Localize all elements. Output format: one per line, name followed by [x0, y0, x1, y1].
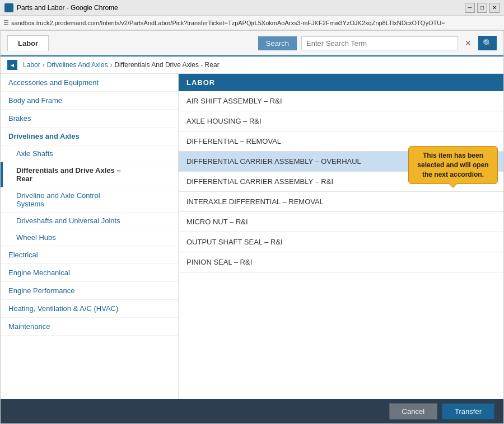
labor-row-label: DIFFERENTIAL CARRIER ASSEMBLY – OVERHAUL	[186, 157, 361, 166]
content-area: Accessories and Equipment Body and Frame…	[1, 74, 503, 399]
nav-icon: ☰	[3, 19, 9, 26]
labor-row-label: INTERAXLE DIFFERENTIAL – REMOVAL	[186, 197, 324, 206]
sidebar-item-brakes[interactable]: Brakes	[1, 110, 178, 128]
labor-row-air-shift[interactable]: AIR SHIFT ASSEMBLY – R&I	[179, 91, 503, 111]
footer: Cancel Transfer	[1, 399, 503, 423]
labor-tab[interactable]: Labor	[7, 35, 49, 51]
address-text[interactable]: sandbox.truck2.prodemand.com/Intents/v2/…	[11, 20, 445, 26]
labor-row-label: DIFFERENTIAL – REMOVAL	[186, 137, 281, 145]
sidebar-item-engine-performance[interactable]: Engine Performance	[1, 282, 178, 300]
cancel-button[interactable]: Cancel	[389, 403, 437, 420]
sidebar-item-maintenance[interactable]: Maintenance	[1, 318, 178, 336]
sidebar-item-drivelines[interactable]: Drivelines and Axles	[1, 128, 178, 145]
search-button[interactable]: Search	[258, 36, 297, 50]
sidebar-item-wheel-hubs[interactable]: Wheel Hubs	[1, 229, 178, 246]
breadcrumb: ◄ Labor › Drivelines And Axles › Differe…	[1, 56, 503, 74]
labor-row-label: PINION SEAL – R&I	[186, 258, 252, 266]
breadcrumb-back-button[interactable]: ◄	[7, 60, 17, 70]
right-panel: LABOR AIR SHIFT ASSEMBLY – R&I AXLE HOUS…	[179, 74, 503, 399]
labor-row-label: OUTPUT SHAFT SEAL – R&I	[186, 238, 283, 246]
sidebar-item-body[interactable]: Body and Frame	[1, 92, 178, 110]
toolbar: Labor Search ✕ 🔍	[1, 31, 503, 56]
labor-row-axle-housing[interactable]: AXLE HOUSING – R&I	[179, 111, 503, 131]
app-icon	[4, 3, 13, 12]
tooltip-bubble: This item has been selected and will ope…	[408, 146, 498, 184]
labor-row-label: MICRO NUT – R&I	[186, 218, 248, 226]
sidebar-item-differentials[interactable]: Differentials and Drive Axles –Rear	[1, 162, 178, 187]
close-button[interactable]: ✕	[489, 3, 500, 13]
breadcrumb-current: Differentials And Drive Axles - Rear	[114, 61, 219, 69]
breadcrumb-drivelines[interactable]: Drivelines And Axles	[47, 61, 108, 69]
window-title: Parts and Labor - Google Chrome	[17, 4, 465, 12]
labor-panel-header: LABOR	[179, 74, 503, 91]
sidebar-item-driveline-control[interactable]: Driveline and Axle ControlSystems	[1, 187, 178, 213]
labor-row-diff-carrier-overhaul[interactable]: DIFFERENTIAL CARRIER ASSEMBLY – OVERHAUL…	[179, 152, 503, 172]
labor-row-label: AIR SHIFT ASSEMBLY – R&I	[186, 97, 282, 105]
sidebar: Accessories and Equipment Body and Frame…	[1, 74, 179, 399]
labor-row-pinion-seal[interactable]: PINION SEAL – R&I	[179, 252, 503, 272]
labor-row-micro-nut[interactable]: MICRO NUT – R&I	[179, 212, 503, 232]
transfer-button[interactable]: Transfer	[442, 403, 494, 420]
sidebar-item-electrical[interactable]: Electrical	[1, 246, 178, 264]
title-bar: Parts and Labor - Google Chrome ─ □ ✕	[0, 0, 504, 16]
sidebar-item-axle-shafts[interactable]: Axle Shafts	[1, 145, 178, 162]
main-container: Labor Search ✕ 🔍 ◄ Labor › Drivelines An…	[0, 30, 504, 424]
sidebar-item-hvac[interactable]: Heating, Ventilation & A/C (HVAC)	[1, 300, 178, 318]
search-input[interactable]	[301, 36, 458, 50]
labor-row-output-shaft[interactable]: OUTPUT SHAFT SEAL – R&I	[179, 232, 503, 252]
labor-row-interaxle-removal[interactable]: INTERAXLE DIFFERENTIAL – REMOVAL	[179, 192, 503, 212]
search-go-button[interactable]: 🔍	[478, 36, 497, 50]
labor-row-label: AXLE HOUSING – R&I	[186, 117, 262, 125]
tooltip-container: This item has been selected and will ope…	[408, 146, 498, 184]
minimize-button[interactable]: ─	[465, 3, 475, 13]
sidebar-item-accessories[interactable]: Accessories and Equipment	[1, 74, 178, 92]
window-controls: ─ □ ✕	[465, 3, 500, 13]
maximize-button[interactable]: □	[477, 3, 487, 13]
labor-row-label: DIFFERENTIAL CARRIER ASSEMBLY – R&I	[186, 177, 333, 186]
address-bar: ☰ sandbox.truck2.prodemand.com/Intents/v…	[0, 16, 504, 30]
breadcrumb-labor[interactable]: Labor	[23, 61, 40, 69]
sidebar-item-engine-mechanical[interactable]: Engine Mechanical	[1, 264, 178, 282]
sidebar-item-driveshafts[interactable]: Driveshafts and Universal Joints	[1, 213, 178, 229]
search-clear-button[interactable]: ✕	[463, 39, 474, 48]
